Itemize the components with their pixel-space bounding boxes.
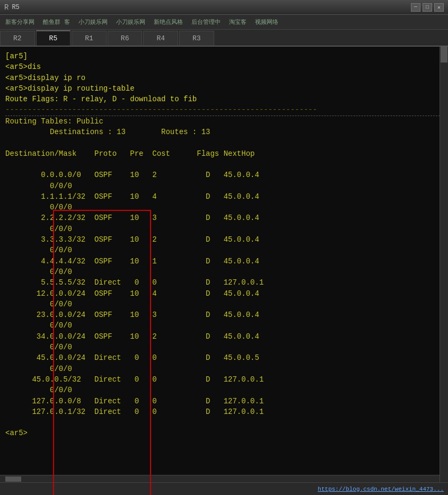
terminal-line: <ar5>display ip routing-table xyxy=(5,83,443,94)
terminal-line: 0/0/0 xyxy=(5,267,443,277)
link-6[interactable]: 后台管理中 xyxy=(188,17,224,27)
terminal-line: 2.2.2.2/32 OSPF 10 3 D 45.0.0.4 xyxy=(5,213,443,223)
minimize-button[interactable]: ─ xyxy=(411,3,420,12)
terminal-line: 0/0/0 xyxy=(5,181,443,191)
terminal-line: 34.0.0.0/24 OSPF 10 2 D 45.0.0.4 xyxy=(5,331,443,342)
terminal-line: [ar5] xyxy=(5,51,443,61)
terminal-line: Routing Tables: Public xyxy=(5,116,443,127)
terminal-line: Destination/Mask Proto Pre Cost Flags Ne… xyxy=(5,148,443,159)
link-4[interactable]: 小刀娱乐网 xyxy=(113,17,148,27)
scrollbar-thumb[interactable] xyxy=(441,47,447,63)
terminal-line: 127.0.0.1/32 Direct 0 0 D 127.0.0.1 xyxy=(5,406,443,417)
terminal-line: ----------------------------------------… xyxy=(5,104,443,116)
terminal-line: <ar5>dis xyxy=(5,61,443,72)
browser-toolbar: 新客分享网 酷鱼群 客 小刀娱乐网 小刀娱乐网 新绝点风格 后台管理中 淘宝客 … xyxy=(0,15,448,30)
tab-R2[interactable]: R2 xyxy=(0,31,35,46)
status-url: https://blog.csdn.net/weixin_4473... xyxy=(318,486,444,492)
terminal-line: 0/0/0 xyxy=(5,320,443,331)
restore-button[interactable]: □ xyxy=(423,3,432,12)
close-button[interactable]: ✕ xyxy=(434,3,444,12)
terminal-line: 0/0/0 xyxy=(5,385,443,395)
tab-R1[interactable]: R1 xyxy=(72,31,107,46)
terminal-line: 23.0.0.0/24 OSPF 10 3 D 45.0.0.4 xyxy=(5,310,443,320)
terminal-line: <ar5> xyxy=(5,428,443,438)
link-3[interactable]: 小刀娱乐网 xyxy=(75,17,111,27)
terminal-line: 0/0/0 xyxy=(5,224,443,234)
status-bar: https://blog.csdn.net/weixin_4473... xyxy=(0,482,448,495)
terminal-line: 45.0.0.5/32 Direct 0 0 D 127.0.0.1 xyxy=(5,374,443,385)
terminal-line: <ar5>display ip ro xyxy=(5,73,443,83)
terminal-line: 3.3.3.3/32 OSPF 10 2 D 45.0.0.4 xyxy=(5,234,443,245)
scrollbar-h-thumb[interactable] xyxy=(5,476,21,482)
title-text: R5 xyxy=(12,4,411,11)
terminal-line: Destinations : 13 Routes : 13 xyxy=(5,127,443,137)
tab-R3[interactable]: R3 xyxy=(179,31,214,46)
link-2[interactable]: 酷鱼群 客 xyxy=(40,17,73,27)
terminal[interactable]: [ar5]<ar5>dis<ar5>display ip ro<ar5>disp… xyxy=(0,47,448,482)
app-icon: R xyxy=(4,3,8,12)
terminal-line: 0.0.0.0/0 OSPF 10 2 D 45.0.0.4 xyxy=(5,170,443,180)
terminal-line: 0/0/0 xyxy=(5,299,443,310)
tab-bar: R2 R5 R1 R6 R4 R3 xyxy=(0,30,448,47)
terminal-line: 5.5.5.5/32 Direct 0 0 D 127.0.0.1 xyxy=(5,277,443,288)
terminal-line: 127.0.0.0/8 Direct 0 0 D 127.0.0.1 xyxy=(5,396,443,406)
window-controls[interactable]: ─ □ ✕ xyxy=(411,3,444,12)
terminal-line: 1.1.1.1/32 OSPF 10 4 D 45.0.0.4 xyxy=(5,191,443,202)
title-bar: R R5 ─ □ ✕ xyxy=(0,0,448,15)
terminal-line: 0/0/0 xyxy=(5,364,443,374)
terminal-line xyxy=(5,159,443,170)
terminal-line: 0/0/0 xyxy=(5,245,443,255)
terminal-line xyxy=(5,417,443,428)
link-8[interactable]: 视频网络 xyxy=(252,17,282,27)
tab-R5[interactable]: R5 xyxy=(36,30,71,46)
terminal-line: 0/0/0 xyxy=(5,202,443,213)
terminal-line: 45.0.0.0/24 Direct 0 0 D 45.0.0.5 xyxy=(5,352,443,363)
tab-R6[interactable]: R6 xyxy=(108,31,143,46)
scrollbar-horizontal[interactable] xyxy=(0,475,440,482)
link-5[interactable]: 新绝点风格 xyxy=(151,17,186,27)
link-1[interactable]: 新客分享网 xyxy=(2,17,38,27)
terminal-line: 12.0.0.0/24 OSPF 10 4 D 45.0.0.4 xyxy=(5,288,443,299)
link-7[interactable]: 淘宝客 xyxy=(226,17,250,27)
tab-R4[interactable]: R4 xyxy=(143,31,178,46)
terminal-line: 0/0/0 xyxy=(5,342,443,352)
terminal-line xyxy=(5,137,443,148)
terminal-line: Route Flags: R - relay, D - download to … xyxy=(5,94,443,104)
terminal-line: 4.4.4.4/32 OSPF 10 1 D 45.0.0.4 xyxy=(5,256,443,267)
scrollbar-vertical[interactable] xyxy=(440,47,448,495)
